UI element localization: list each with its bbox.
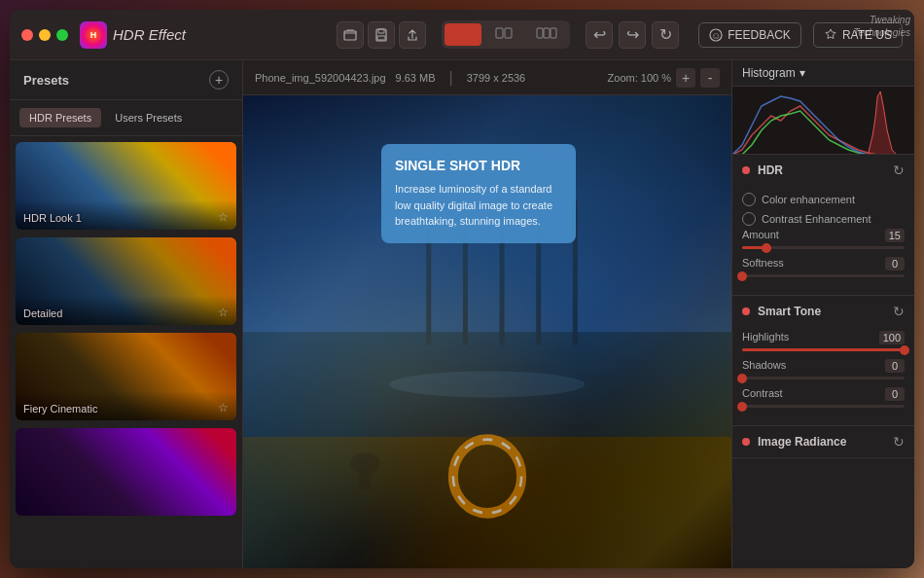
hdr-section: HDR ↻ Color enhancement Contrast Enhance… xyxy=(732,155,914,296)
view-toggle xyxy=(442,20,570,49)
main-content: Presets + HDR Presets Users Presets HDR … xyxy=(10,60,914,568)
histogram-label: Histogram xyxy=(742,66,796,80)
right-panel: Histogram ▾ xyxy=(731,60,914,568)
view-split2-button[interactable] xyxy=(485,23,522,46)
smart-tone-section: Smart Tone ↻ Highlights 100 xyxy=(732,296,914,426)
svg-text:☺: ☺ xyxy=(711,30,721,41)
amount-thumb[interactable] xyxy=(762,243,771,253)
chevron-down-icon: ▾ xyxy=(800,66,805,80)
preset-item-detailed[interactable]: Detailed ☆ xyxy=(16,237,236,325)
open-button[interactable] xyxy=(337,21,364,49)
svg-rect-4 xyxy=(455,28,471,38)
hdr-refresh-icon[interactable]: ↻ xyxy=(893,163,905,178)
preset-star-detailed[interactable]: ☆ xyxy=(218,306,229,319)
shadows-label: Shadows xyxy=(742,359,786,373)
smart-tone-refresh-icon[interactable]: ↻ xyxy=(893,304,905,319)
add-preset-button[interactable]: + xyxy=(209,70,229,90)
toolbar-file-group xyxy=(337,21,426,49)
image-radiance-dot xyxy=(742,438,750,446)
tab-user-presets[interactable]: Users Presets xyxy=(105,108,192,127)
highlights-fill xyxy=(742,348,905,351)
contrast-enhancement-checkbox[interactable] xyxy=(742,212,756,226)
svg-rect-3 xyxy=(377,36,385,40)
amount-value: 15 xyxy=(885,229,905,242)
contrast-track[interactable] xyxy=(742,405,905,408)
hdr-dot xyxy=(742,166,750,174)
smart-tone-header[interactable]: Smart Tone ↻ xyxy=(732,296,914,327)
close-button[interactable] xyxy=(21,29,33,41)
preset-star-hdr-look1[interactable]: ☆ xyxy=(218,210,229,224)
refresh-button[interactable]: ↻ xyxy=(652,21,679,49)
app-title: HDR Effect xyxy=(113,26,186,43)
image-radiance-refresh-icon[interactable]: ↻ xyxy=(893,434,905,450)
image-radiance-header[interactable]: Image Radiance ↻ xyxy=(732,426,914,457)
highlights-slider-row: Highlights 100 xyxy=(742,331,905,351)
maximize-button[interactable] xyxy=(56,29,68,41)
highlights-value: 100 xyxy=(879,331,905,344)
watermark: TweakingTechnologies xyxy=(853,14,910,39)
canvas-area: Phone_img_592004423.jpg 9.63 MB | 3799 x… xyxy=(243,60,731,568)
highlights-label: Highlights xyxy=(742,331,789,344)
sidebar: Presets + HDR Presets Users Presets HDR … xyxy=(10,60,243,568)
smart-tone-content: Highlights 100 Shadows 0 xyxy=(732,327,914,425)
tooltip: SINGLE SHOT HDR Increase luminosity of a… xyxy=(381,144,576,243)
amount-track[interactable] xyxy=(742,246,905,249)
contrast-slider-row: Contrast 0 xyxy=(742,387,905,408)
tab-hdr-presets[interactable]: HDR Presets xyxy=(19,108,101,127)
view-split3-button[interactable] xyxy=(526,23,567,46)
contrast-enhancement-label: Contrast Enhancement xyxy=(762,213,871,225)
save-button[interactable] xyxy=(368,21,395,49)
preset-item-fiery[interactable]: Fiery Cinematic ☆ xyxy=(16,333,236,420)
contrast-thumb[interactable] xyxy=(737,402,747,412)
zoom-in-button[interactable]: + xyxy=(676,68,695,88)
shadows-value: 0 xyxy=(885,359,905,373)
share-button[interactable] xyxy=(399,21,426,49)
preset-name-fiery: Fiery Cinematic xyxy=(23,403,97,415)
amount-slider-row: Amount 15 xyxy=(742,229,905,249)
svg-point-23 xyxy=(390,372,586,398)
canvas-view: SINGLE SHOT HDR Increase luminosity of a… xyxy=(243,95,731,568)
traffic-lights xyxy=(21,29,68,41)
preset-star-fiery[interactable]: ☆ xyxy=(218,401,229,415)
sidebar-header: Presets + xyxy=(10,60,242,100)
image-radiance-section: Image Radiance ↻ xyxy=(732,426,914,458)
main-image: SINGLE SHOT HDR Increase luminosity of a… xyxy=(243,95,731,568)
history-controls: ↩ ↪ ↻ xyxy=(586,21,679,49)
view-single-button[interactable] xyxy=(444,23,481,46)
highlights-track[interactable] xyxy=(742,348,905,351)
shadows-thumb[interactable] xyxy=(737,374,747,383)
svg-rect-14 xyxy=(243,437,731,568)
preset-thumb-4 xyxy=(16,428,236,516)
softness-track[interactable] xyxy=(742,274,905,277)
svg-rect-6 xyxy=(505,28,512,38)
feedback-label: FEEDBACK xyxy=(728,28,791,42)
highlights-thumb[interactable] xyxy=(900,345,909,355)
minimize-button[interactable] xyxy=(39,29,51,41)
hdr-content: Color enhancement Contrast Enhancement A… xyxy=(732,186,914,295)
feedback-button[interactable]: ☺ FEEDBACK xyxy=(698,22,801,48)
hdr-section-header[interactable]: HDR ↻ xyxy=(732,155,914,186)
shadows-slider-row: Shadows 0 xyxy=(742,359,905,379)
softness-value: 0 xyxy=(885,257,905,271)
separator: | xyxy=(449,69,453,87)
dimensions: 3799 x 2536 xyxy=(467,72,526,84)
preset-item-4[interactable] xyxy=(16,428,236,516)
image-radiance-title: Image Radiance xyxy=(758,435,893,449)
softness-thumb[interactable] xyxy=(737,271,747,281)
histogram-header: Histogram ▾ xyxy=(732,60,914,87)
tooltip-text: Increase luminosity of a standard low qu… xyxy=(395,181,562,230)
filesize: 9.63 MB xyxy=(396,72,436,84)
redo-button[interactable]: ↪ xyxy=(619,21,646,49)
canvas-toolbar: Phone_img_592004423.jpg 9.63 MB | 3799 x… xyxy=(243,60,731,95)
svg-rect-5 xyxy=(496,28,503,38)
histogram-dropdown[interactable]: Histogram ▾ xyxy=(742,66,805,80)
title-bar: H HDR Effect xyxy=(10,10,914,60)
zoom-out-button[interactable]: - xyxy=(700,68,720,88)
preset-item-hdr-look1[interactable]: HDR Look 1 ☆ xyxy=(16,142,236,230)
color-enhancement-checkbox[interactable] xyxy=(742,193,756,206)
undo-button[interactable]: ↩ xyxy=(586,21,613,49)
shadows-track[interactable] xyxy=(742,377,905,379)
contrast-label: Contrast xyxy=(742,387,783,401)
svg-rect-27 xyxy=(359,463,372,489)
contrast-value: 0 xyxy=(885,387,905,401)
